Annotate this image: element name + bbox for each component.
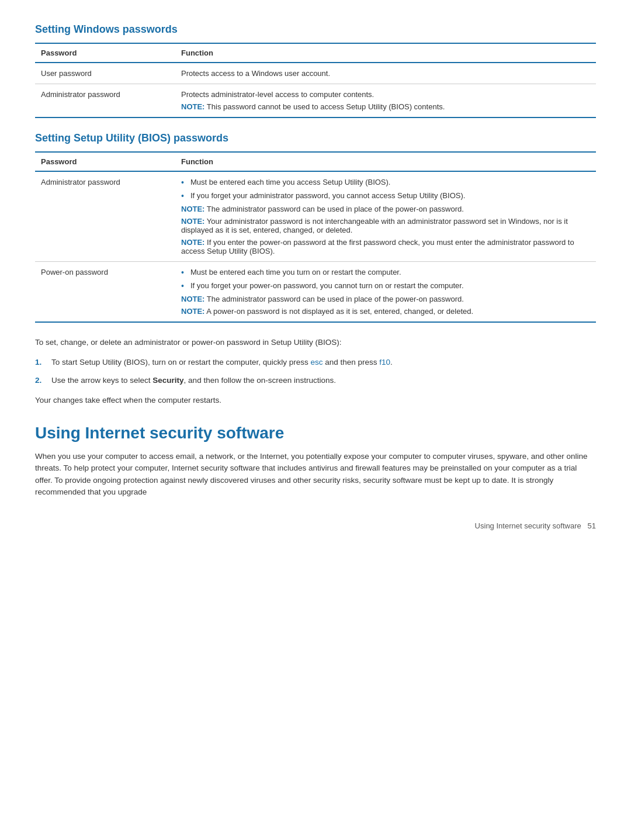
step-number: 2. — [35, 375, 49, 386]
note-text: NOTE: This password cannot be used to ac… — [181, 102, 590, 111]
step-content: To start Setup Utility (BIOS), turn on o… — [51, 357, 393, 368]
list-item: Must be entered each time you access Set… — [181, 178, 590, 186]
table-row: Power-on passwordMust be entered each ti… — [35, 262, 596, 323]
footer-text: Using Internet security software 51 — [475, 521, 596, 530]
table-row: Administrator passwordMust be entered ea… — [35, 171, 596, 262]
internet-security-body: When you use your computer to access ema… — [35, 451, 596, 498]
password-cell: Administrator password — [35, 84, 175, 118]
bios-table-header-row: Password Function — [35, 152, 596, 171]
instructions-section: To set, change, or delete an administrat… — [35, 337, 596, 406]
step-content: Use the arrow keys to select Security, a… — [51, 375, 336, 386]
page-footer: Using Internet security software 51 — [35, 521, 596, 530]
table-row: Administrator passwordProtects administr… — [35, 84, 596, 118]
list-item: Must be entered each time you turn on or… — [181, 268, 590, 276]
instructions-intro: To set, change, or delete an administrat… — [35, 337, 596, 348]
windows-passwords-table: Password Function User passwordProtects … — [35, 43, 596, 118]
note-text: NOTE: If you enter the power-on password… — [181, 238, 590, 255]
bios-passwords-section: Setting Setup Utility (BIOS) passwords P… — [35, 132, 596, 323]
password-cell: Power-on password — [35, 262, 175, 323]
list-item: If you forget your administrator passwor… — [181, 191, 590, 200]
col-function-header: Function — [175, 43, 596, 63]
bios-passwords-table: Password Function Administrator password… — [35, 151, 596, 323]
note-text: NOTE: The administrator password can be … — [181, 295, 590, 303]
internet-security-heading: Using Internet security software — [35, 424, 596, 443]
bios-col-function-header: Function — [175, 152, 596, 171]
list-item: 1.To start Setup Utility (BIOS), turn on… — [35, 357, 596, 368]
steps-list: 1.To start Setup Utility (BIOS), turn on… — [35, 357, 596, 386]
password-cell: Administrator password — [35, 171, 175, 262]
col-password-header: Password — [35, 43, 175, 63]
bios-col-password-header: Password — [35, 152, 175, 171]
function-cell: Protects access to a Windows user accoun… — [175, 63, 596, 84]
note-text: NOTE: A power-on password is not display… — [181, 307, 590, 316]
windows-passwords-heading: Setting Windows passwords — [35, 23, 596, 36]
bullet-list: Must be entered each time you turn on or… — [181, 268, 590, 290]
note-text: NOTE: The administrator password can be … — [181, 205, 590, 213]
function-cell: Must be entered each time you access Set… — [175, 171, 596, 262]
function-cell: Protects administrator-level access to c… — [175, 84, 596, 118]
internet-security-section: Using Internet security software When yo… — [35, 424, 596, 498]
windows-passwords-section: Setting Windows passwords Password Funct… — [35, 23, 596, 118]
function-cell: Must be entered each time you turn on or… — [175, 262, 596, 323]
bios-passwords-heading: Setting Setup Utility (BIOS) passwords — [35, 132, 596, 144]
bullet-list: Must be entered each time you access Set… — [181, 178, 590, 200]
note-text: NOTE: Your administrator password is not… — [181, 217, 590, 234]
list-item: If you forget your power-on password, yo… — [181, 281, 590, 290]
step-number: 1. — [35, 357, 49, 368]
password-cell: User password — [35, 63, 175, 84]
instructions-closing: Your changes take effect when the comput… — [35, 395, 596, 406]
list-item: 2.Use the arrow keys to select Security,… — [35, 375, 596, 386]
table-row: User passwordProtects access to a Window… — [35, 63, 596, 84]
table-header-row: Password Function — [35, 43, 596, 63]
